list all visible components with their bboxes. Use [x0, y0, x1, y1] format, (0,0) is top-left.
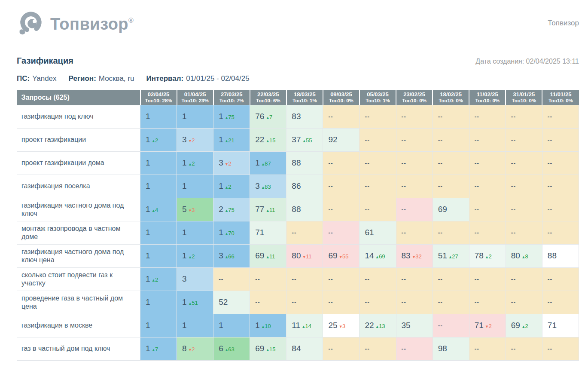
change-value: 11: [269, 207, 275, 213]
position-cell: 77▴11: [250, 198, 286, 221]
position-value: 1: [146, 251, 150, 260]
position-value: 61: [365, 228, 374, 237]
arrow-down-icon: ▾: [303, 254, 305, 259]
change-up: ▴2: [152, 137, 158, 144]
no-position-dash: --: [511, 159, 516, 166]
change-value: 7: [269, 114, 272, 120]
arrow-up-icon: ▴: [376, 254, 379, 259]
no-position-dash: --: [402, 136, 406, 143]
position-cell: 76▴7: [250, 105, 286, 128]
position-value: 1: [255, 158, 260, 167]
position-value: 8: [182, 344, 187, 353]
change-up: ▴69: [376, 253, 385, 260]
no-position-dash: --: [511, 345, 516, 352]
position-cell: 69▴15: [250, 337, 286, 360]
position-cell: --: [506, 291, 542, 314]
arrow-up-icon: ▴: [266, 347, 269, 352]
arrow-up-icon: ▴: [152, 208, 155, 213]
no-position-dash: --: [292, 299, 296, 306]
position-value: 86: [292, 181, 301, 190]
position-cell: --: [542, 105, 579, 128]
no-position-dash: --: [255, 299, 260, 306]
position-value: 83: [292, 112, 301, 121]
arrow-up-icon: ▴: [302, 324, 305, 329]
position-cell: --: [323, 221, 360, 244]
position-cell: 1▴75: [213, 105, 250, 128]
position-value: 76: [255, 112, 264, 121]
no-position-dash: --: [548, 159, 552, 166]
position-value: 3: [182, 135, 187, 144]
no-position-dash: --: [255, 276, 260, 282]
position-cell: 69: [433, 198, 469, 221]
arrow-up-icon: ▴: [225, 347, 228, 352]
position-value: 1: [146, 321, 150, 330]
query-cell: сколько стоит подвести газ к участку: [17, 267, 140, 291]
position-value: 78: [475, 251, 484, 260]
position-value: 22: [365, 321, 374, 330]
change-value: 7: [155, 346, 158, 353]
position-cell: --: [542, 151, 579, 175]
change-value: 14: [305, 323, 311, 329]
position-cell: 3▾2: [177, 128, 213, 151]
no-position-dash: --: [438, 136, 443, 143]
no-position-dash: --: [402, 345, 406, 352]
position-cell: 1: [140, 221, 177, 244]
position-cell: --: [542, 267, 579, 291]
position-cell: 1: [213, 314, 250, 337]
change-up: ▴2: [225, 184, 232, 190]
position-value: 77: [255, 205, 264, 214]
position-value: 92: [328, 135, 337, 144]
query-cell: газификация поселка: [17, 175, 140, 198]
position-cell: --: [396, 105, 433, 128]
no-position-dash: --: [328, 345, 333, 352]
change-up: ▴11: [266, 207, 275, 213]
position-cell: 1▴4: [140, 198, 177, 221]
no-position-dash: --: [328, 229, 333, 236]
report-meta: ПС:Yandex Регион:Москва, ru Интервал:01/…: [17, 74, 579, 83]
query-cell: проект газификации: [17, 128, 140, 151]
position-cell: 52: [213, 291, 250, 314]
position-cell: --: [360, 175, 396, 198]
position-value: 69: [328, 251, 337, 260]
position-cell: 71: [542, 314, 579, 337]
change-down: ▾2: [189, 346, 195, 353]
position-cell: 1▴2: [140, 267, 177, 291]
position-cell: --: [250, 267, 286, 291]
no-position-dash: --: [328, 299, 333, 306]
position-cell: --: [469, 151, 506, 175]
position-value: 22: [255, 135, 264, 144]
change-down: ▾2: [189, 137, 195, 144]
position-cell: 3▾2: [213, 151, 250, 175]
no-position-dash: --: [548, 229, 552, 236]
position-cell: --: [469, 337, 506, 360]
arrow-up-icon: ▴: [225, 231, 228, 236]
position-cell: --: [286, 291, 323, 314]
arrow-up-icon: ▴: [262, 184, 265, 190]
table-row: газификация частного дома под ключ цена1…: [17, 244, 579, 267]
position-cell: 84: [286, 337, 323, 360]
meta-interval: Интервал:01/01/25 - 02/04/25: [146, 74, 249, 83]
date-column-header: 18/03/25Топ10: 1%: [286, 90, 323, 105]
position-cell: --: [542, 337, 579, 360]
change-value: 2: [192, 253, 195, 260]
position-cell: --: [396, 128, 433, 151]
position-cell: 71: [250, 221, 286, 244]
no-position-dash: --: [328, 183, 333, 190]
no-position-dash: --: [511, 276, 516, 282]
change-down: ▾3: [189, 207, 195, 213]
position-cell: --: [542, 175, 579, 198]
position-value: 1: [146, 297, 150, 307]
position-value: 71: [475, 321, 484, 330]
position-cell: --: [433, 151, 469, 175]
position-cell: --: [360, 128, 396, 151]
position-cell: 69▾55: [323, 244, 360, 267]
change-value: 63: [228, 346, 234, 353]
no-position-dash: --: [548, 276, 552, 282]
arrow-down-icon: ▾: [340, 254, 342, 259]
position-value: 1: [182, 297, 187, 307]
position-cell: 22▴13: [360, 314, 396, 337]
no-position-dash: --: [548, 113, 552, 120]
position-cell: 1▴2: [213, 175, 250, 198]
position-cell: 14▴69: [360, 244, 396, 267]
no-position-dash: --: [292, 276, 296, 282]
